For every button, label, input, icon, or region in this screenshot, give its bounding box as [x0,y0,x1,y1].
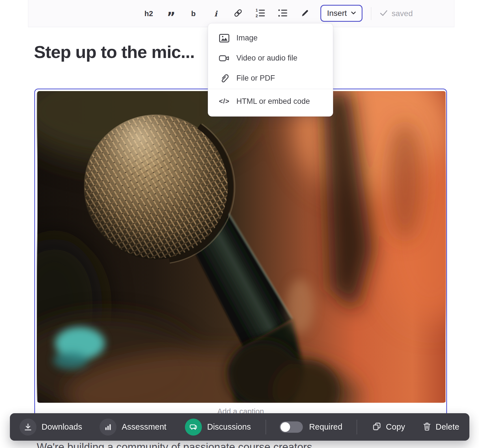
bar-chart-icon [100,419,116,436]
bullet-list-icon [278,8,288,19]
ordered-list-icon: 1 2 [256,8,265,19]
insert-menu: Image Video or audio file File or PDF </… [208,23,333,117]
bold-icon: b [191,9,196,18]
microphone-photo [37,91,446,403]
chevron-down-icon [351,11,356,16]
selected-image-block[interactable]: Add a caption [34,89,447,430]
course-editor-page: h2 ” b i [0,0,479,448]
ordered-list-button[interactable]: 1 2 [253,6,268,21]
pencil-icon [301,8,310,19]
copy-label: Copy [386,422,405,432]
highlight-button[interactable] [297,6,313,21]
menu-item-label: File or PDF [236,74,275,83]
paperclip-icon [219,74,230,83]
saved-label: saved [392,9,413,18]
body-paragraph[interactable]: We're building a community of passionate… [37,441,312,448]
assessment-label: Assessment [122,422,166,432]
bar-divider [357,420,357,434]
bullet-list-button[interactable] [275,6,291,21]
heading2-button[interactable]: h2 [141,6,157,21]
required-label: Required [309,422,342,432]
discussions-button[interactable]: Discussions [185,419,251,436]
image-icon [219,34,230,42]
discussions-icon [185,419,202,436]
insert-dropdown-button[interactable]: Insert [320,5,363,22]
toolbar-divider [371,7,371,20]
copy-icon [372,422,381,432]
code-icon: </> [219,97,230,105]
italic-button[interactable]: i [208,6,224,21]
required-toggle[interactable] [280,421,303,433]
toggle-knob [281,422,290,432]
menu-item-label: HTML or embed code [236,97,310,106]
italic-icon: i [214,9,217,18]
trash-icon [423,422,431,432]
downloads-button[interactable]: Downloads [20,419,82,436]
bold-button[interactable]: b [185,6,201,21]
copy-button[interactable]: Copy [372,422,405,432]
checkmark-icon [380,10,388,18]
menu-item-label: Image [236,34,258,42]
block-options-bar: Downloads Assessment Discussions [10,413,469,441]
downloads-label: Downloads [42,422,82,432]
delete-label: Delete [436,422,459,432]
heading2-icon: h2 [144,9,153,18]
assessment-button[interactable]: Assessment [100,419,166,436]
link-icon [233,8,243,19]
menu-divider [208,89,333,89]
link-button[interactable] [230,6,246,21]
svg-text:2: 2 [256,14,258,18]
svg-text:1: 1 [256,8,258,12]
page-title[interactable]: Step up to the mic... [34,42,195,62]
discussions-label: Discussions [207,422,251,432]
video-icon [219,54,230,63]
menu-item-label: Video or audio file [236,54,297,63]
save-status: saved [380,0,413,27]
bar-divider [266,420,266,434]
download-icon [20,419,36,436]
insert-menu-item-file[interactable]: File or PDF [208,68,333,88]
insert-button-label: Insert [327,9,347,18]
delete-button[interactable]: Delete [423,422,459,432]
quote-icon: ” [167,9,175,18]
insert-menu-item-embed[interactable]: </> HTML or embed code [208,90,333,112]
insert-menu-item-video[interactable]: Video or audio file [208,48,333,68]
insert-menu-item-image[interactable]: Image [208,28,333,48]
blockquote-button[interactable]: ” [163,6,179,21]
